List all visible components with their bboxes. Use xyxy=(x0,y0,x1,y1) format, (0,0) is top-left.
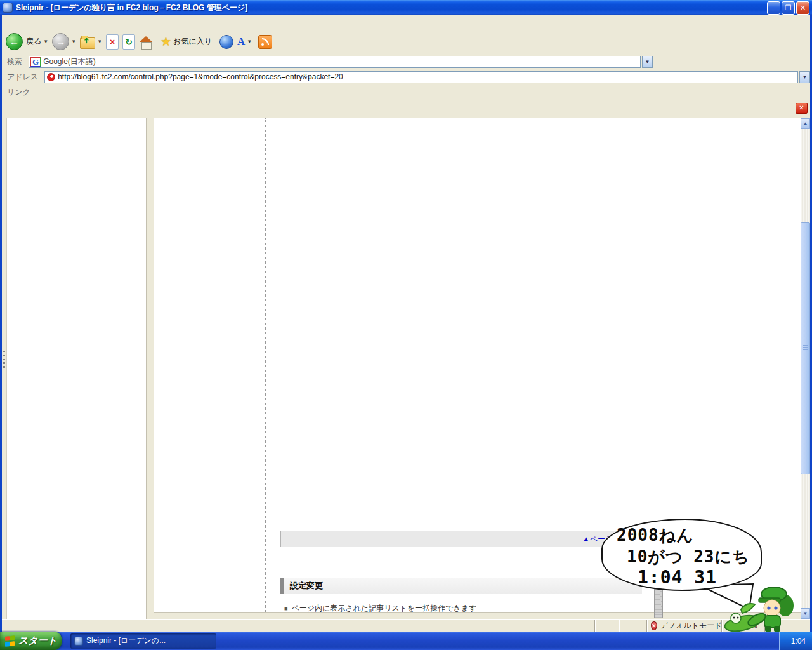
menu-bar xyxy=(2,15,810,29)
home-button[interactable] xyxy=(139,35,153,49)
restore-button[interactable]: ❐ xyxy=(782,1,795,15)
search-bar: 検索 G Google(日本語) ▼ xyxy=(2,55,810,69)
taskbar: スタート Sleipnir - [ローデンの... 1:04 xyxy=(0,632,812,650)
tab-close-icon[interactable]: ✕ xyxy=(796,103,808,114)
fc2-favicon xyxy=(47,73,55,81)
clock-time: 1:04 31 xyxy=(638,567,717,588)
bullet-icon: ■ xyxy=(284,606,287,612)
font-size-button[interactable]: A ▼ xyxy=(237,36,252,48)
favorites-star-icon: ★ xyxy=(160,36,171,48)
settings-section-title: 設定変更 xyxy=(280,578,642,594)
clock-year: 2008ねん xyxy=(617,524,694,547)
menu-separator xyxy=(265,118,266,613)
font-dropdown-icon[interactable]: ▼ xyxy=(247,39,252,44)
status-cell-empty2 xyxy=(619,620,646,632)
start-button[interactable]: スタート xyxy=(0,632,62,650)
vertical-scrollbar[interactable]: ▲ ▼ xyxy=(801,118,810,619)
splitter-grip-icon[interactable] xyxy=(3,351,5,368)
search-dropdown-button[interactable]: ▼ xyxy=(642,56,653,68)
scrollbar-thumb[interactable] xyxy=(801,222,810,474)
security-shield-icon: ✕ xyxy=(651,621,657,630)
forward-button[interactable]: → ▼ xyxy=(52,33,76,50)
scroll-down-icon[interactable]: ▼ xyxy=(801,608,810,619)
minimize-button[interactable]: _ xyxy=(767,1,780,15)
links-label: リンク xyxy=(2,87,37,98)
status-mode-cell: ✕ デフォルトモード xyxy=(646,620,721,632)
system-tray: 1:04 xyxy=(779,632,812,650)
tab-bar: ✕ xyxy=(2,100,810,118)
google-icon: G xyxy=(30,57,41,67)
start-label: スタート xyxy=(18,635,57,647)
clock-date: 10がつ 23にち xyxy=(627,546,750,568)
tray-clock: 1:04 xyxy=(791,637,806,646)
windows-logo-icon xyxy=(5,635,15,647)
forward-dropdown-icon[interactable]: ▼ xyxy=(71,39,76,44)
favorites-button[interactable]: ★ お気に入り xyxy=(160,36,212,48)
scroll-up-icon[interactable]: ▲ xyxy=(801,118,810,129)
address-url: http://blog61.fc2.com/control.php?page=1… xyxy=(58,72,343,81)
title-bar: Sleipnir - [ローデンの独り言 in FC2 blog－FC2 BLO… xyxy=(0,0,812,15)
stop-button[interactable]: × xyxy=(106,34,119,50)
address-label: アドレス xyxy=(2,72,44,83)
links-bar: リンク xyxy=(2,84,810,101)
back-label: 戻る xyxy=(26,36,41,47)
admin-menu xyxy=(155,118,259,619)
favorites-label: お気に入り xyxy=(173,36,212,47)
back-dropdown-icon[interactable]: ▼ xyxy=(43,39,48,44)
entry-list-area: ▲ページTOPへ 設定変更 ■ページ内に表示された記事リストを一括操作できます xyxy=(280,121,643,619)
forward-icon: → xyxy=(52,33,69,50)
headline-reader-button[interactable] xyxy=(258,35,272,49)
page-bottom-strip xyxy=(154,612,802,619)
refresh-icon: ↻ xyxy=(122,34,135,50)
home-icon xyxy=(139,36,153,49)
security-mode-label: デフォルトモード xyxy=(660,620,723,631)
panel-splitter[interactable] xyxy=(2,118,7,619)
stop-icon: × xyxy=(106,34,119,50)
back-icon: ← xyxy=(6,33,23,50)
status-cell-empty1 xyxy=(594,620,619,632)
back-button[interactable]: ← 戻る ▼ xyxy=(6,33,48,50)
address-input[interactable]: http://blog61.fc2.com/control.php?page=1… xyxy=(44,71,798,83)
proxy-globe-button[interactable] xyxy=(219,35,233,49)
address-dropdown-button[interactable]: ▼ xyxy=(799,71,810,83)
font-a-icon: A xyxy=(237,36,245,48)
close-button[interactable]: ✕ xyxy=(796,1,809,15)
taskbar-task-button[interactable]: Sleipnir - [ローデンの... xyxy=(70,633,216,649)
address-bar: アドレス http://blog61.fc2.com/control.php?p… xyxy=(2,69,810,84)
search-label: 検索 xyxy=(2,56,29,67)
folder-dropdown-icon[interactable]: ▼ xyxy=(97,39,102,44)
globe-icon xyxy=(219,35,233,49)
green-character xyxy=(746,587,794,632)
status-bar: ✕ デフォルトモード 100% xyxy=(2,619,810,632)
search-engine-value: Google(日本語) xyxy=(43,56,96,67)
sleipnir-app-icon xyxy=(3,3,13,13)
task-app-icon xyxy=(74,637,83,646)
folder-up-icon xyxy=(80,37,95,49)
upper-folder-button[interactable]: ▼ xyxy=(80,35,102,49)
window-title: Sleipnir - [ローデンの独り言 in FC2 blog－FC2 BLO… xyxy=(16,3,247,13)
toolbar: ← 戻る ▼ → ▼ ▼ × ↻ ★ お気に入り A ▼ xyxy=(2,29,810,55)
refresh-button[interactable]: ↻ xyxy=(122,34,135,50)
explorer-panel xyxy=(7,118,146,619)
search-input[interactable]: G Google(日本語) xyxy=(29,56,641,68)
page-top-link[interactable]: ▲ページTOPへ xyxy=(280,531,642,547)
headline-reader-icon xyxy=(258,35,272,49)
mascot-character xyxy=(722,584,797,633)
task-label: Sleipnir - [ローデンの... xyxy=(86,635,166,646)
